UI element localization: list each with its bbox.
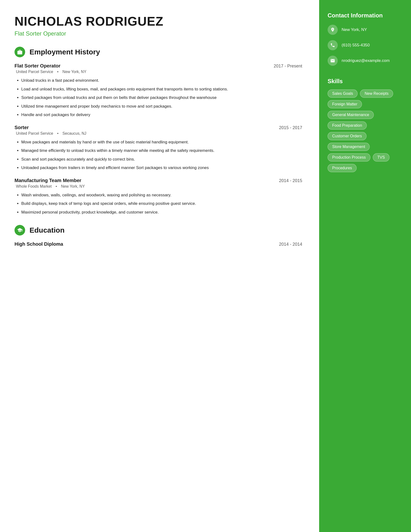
list-item: Sorted packages from unload trucks and p…: [21, 95, 302, 101]
list-item: Scan and sort packages accurately and qu…: [21, 156, 302, 162]
job-3-bullets: Wash windows, walls, ceilings, and woodw…: [15, 192, 302, 216]
employment-title: Employment History: [29, 48, 100, 56]
contact-phone: (610) 555-4350: [327, 40, 402, 50]
right-panel: Contact Information New York, NY (610) 5…: [319, 0, 411, 532]
graduation-cap-icon: [17, 227, 23, 233]
degree-title: High School Diploma: [15, 241, 63, 247]
contact-email: nrodriguez@example.com: [327, 56, 402, 66]
skill-tag: General Maintenance: [327, 111, 374, 119]
skills-section: Skills Sales GoalsNew ReceiptsForeign Ma…: [327, 78, 402, 172]
employment-section-header: Employment History: [15, 47, 302, 57]
job-2-title: Sorter: [15, 125, 29, 130]
skill-tag: Customer Orders: [327, 132, 366, 140]
contact-phone-text: (610) 555-4350: [342, 42, 370, 48]
skills-grid: Sales GoalsNew ReceiptsForeign MatterGen…: [327, 89, 402, 172]
employment-section: Employment History Flat Sorter Operator …: [15, 47, 302, 215]
contact-location: New York, NY: [327, 25, 402, 35]
list-item: Utilized time management and proper body…: [21, 103, 302, 110]
briefcase-icon: [17, 49, 23, 55]
contact-email-text: nrodriguez@example.com: [342, 58, 390, 64]
job-1-dates: 2017 - Present: [274, 64, 302, 69]
job-1-bullets: Unload trucks in a fast paced environmen…: [15, 77, 302, 118]
job-1-header: Flat Sorter Operator 2017 - Present: [15, 63, 302, 69]
left-panel: NICHOLAS RODRIGUEZ Flat Sorter Operator …: [0, 0, 319, 532]
skill-tag: Production Process: [327, 153, 370, 162]
list-item: Unload trucks in a fast paced environmen…: [21, 77, 302, 84]
person-title: Flat Sorter Operator: [15, 30, 302, 37]
education-icon: [15, 225, 25, 236]
education-title: Education: [29, 226, 65, 234]
location-icon-circle: [327, 25, 338, 35]
job-3-title: Manufacturing Team Member: [15, 178, 81, 183]
location-icon: [330, 27, 335, 32]
job-1-company: United Parcel Service • New York, NY: [15, 70, 302, 74]
skill-tag: New Receipts: [360, 89, 393, 98]
list-item: Wash windows, walls, ceilings, and woodw…: [21, 192, 302, 198]
job-3: Manufacturing Team Member 2014 - 2015 Wh…: [15, 178, 302, 216]
job-3-header: Manufacturing Team Member 2014 - 2015: [15, 178, 302, 183]
skill-tag: Food Preparation: [327, 121, 367, 130]
employment-icon: [15, 47, 25, 57]
skill-tag: Store Management: [327, 143, 370, 151]
education-section: Education High School Diploma 2014 - 201…: [15, 225, 302, 247]
skill-tag: Procedures: [327, 164, 357, 172]
skill-tag: Foreign Matter: [327, 100, 362, 108]
job-2: Sorter 2015 - 2017 United Parcel Service…: [15, 125, 302, 171]
job-2-company: United Parcel Service • Secaucus, NJ: [15, 131, 302, 136]
email-icon: [330, 58, 335, 63]
job-2-bullets: Move packages and materials by hand or w…: [15, 139, 302, 171]
skills-section-title: Skills: [327, 78, 402, 85]
degree-dates: 2014 - 2014: [279, 242, 302, 247]
job-1-title: Flat Sorter Operator: [15, 63, 60, 69]
list-item: Unloaded packages from trailers in timel…: [21, 165, 302, 171]
education-section-header: Education: [15, 225, 302, 236]
email-icon-circle: [327, 56, 338, 66]
contact-section-title: Contact Information: [327, 12, 402, 19]
education-entry-header: High School Diploma 2014 - 2014: [15, 241, 302, 247]
person-name: NICHOLAS RODRIGUEZ: [15, 15, 302, 28]
job-1: Flat Sorter Operator 2017 - Present Unit…: [15, 63, 302, 118]
list-item: Build displays, keep track of temp logs …: [21, 200, 302, 207]
list-item: Managed time efficiently to unload truck…: [21, 148, 302, 154]
phone-icon-circle: [327, 40, 338, 50]
phone-icon: [330, 43, 335, 48]
job-3-dates: 2014 - 2015: [279, 178, 302, 183]
contact-section: Contact Information New York, NY (610) 5…: [327, 12, 402, 66]
skill-tag: TVS: [373, 153, 390, 162]
list-item: Handle and sort packages for delivery: [21, 112, 302, 118]
contact-location-text: New York, NY: [342, 27, 367, 33]
list-item: Move packages and materials by hand or w…: [21, 139, 302, 145]
job-2-header: Sorter 2015 - 2017: [15, 125, 302, 130]
skill-tag: Sales Goals: [327, 89, 358, 98]
list-item: Load and unload trucks, lifting boxes, m…: [21, 86, 302, 92]
job-2-dates: 2015 - 2017: [279, 125, 302, 130]
job-3-company: Whole Foods Market • New York, NY: [15, 184, 302, 189]
list-item: Maximized personal productivity, product…: [21, 209, 302, 216]
